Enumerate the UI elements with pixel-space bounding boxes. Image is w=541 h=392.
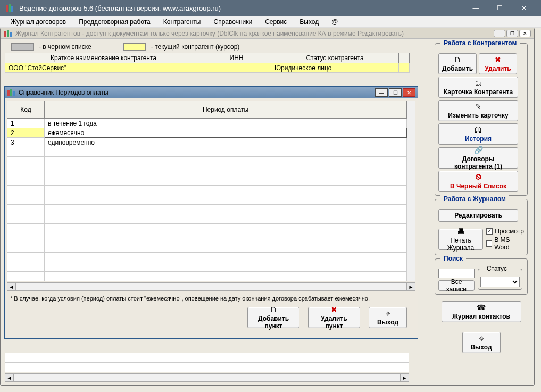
menu-precontract[interactable]: Преддоговорная работа — [72, 17, 157, 27]
search-input[interactable] — [438, 269, 475, 278]
preview-checkbox[interactable]: ✓ — [486, 228, 493, 235]
menu-directories[interactable]: Справочники — [207, 17, 259, 27]
legend-label-current: - текущий контрагент (курсор) — [151, 43, 240, 51]
edit-card-button[interactable]: ✎ Изменить карточку — [438, 100, 518, 121]
svg-rect-0 — [6, 5, 8, 12]
msword-label: В MS Word — [494, 236, 524, 251]
mdi-area: Журнал Контрагентов - доступ к документа… — [0, 28, 541, 392]
dialog-close-button[interactable]: ✕ — [403, 88, 415, 97]
dialog-add-button[interactable]: 🗋 Добавить пункт — [247, 307, 299, 328]
card-icon: 🗂 — [475, 79, 482, 87]
preview-checkbox-row[interactable]: ✓ Просмотр — [486, 227, 524, 236]
scroll-right-icon[interactable]: ► — [400, 374, 409, 381]
svg-rect-4 — [7, 30, 9, 37]
dialog-hint: * В случае, когда условия (период) оплат… — [7, 292, 415, 305]
exit-icon: ⎆ — [479, 334, 484, 343]
maximize-button[interactable]: ☐ — [488, 0, 512, 16]
journal-window-title: Журнал Контрагентов - доступ к документа… — [15, 30, 494, 37]
col-code[interactable]: Код — [7, 101, 45, 119]
document-new-icon: 🗋 — [270, 305, 277, 314]
edit-card-icon: ✎ — [475, 102, 481, 111]
group-search: Поиск Все записи Статус — [435, 258, 528, 295]
window-controls: — ☐ ✕ — [464, 0, 536, 16]
menu-journal[interactable]: Журнал договоров — [4, 17, 72, 27]
group-contractor-title: Работа с Контрагентом — [440, 39, 520, 47]
col-period[interactable]: Период оплаты — [45, 101, 407, 119]
app-title: Ведение договоров 5.6 (бесплатная версия… — [19, 4, 464, 12]
contacts-journal-button[interactable]: ☎ Журнал контактов — [442, 301, 521, 322]
scroll-right-icon[interactable]: ► — [406, 283, 415, 290]
dialog-max-button[interactable]: ☐ — [389, 88, 402, 97]
svg-rect-3 — [4, 31, 6, 37]
card-button[interactable]: 🗂 Карточка Контрагента — [438, 77, 518, 98]
blacklist-icon: 🛇 — [475, 173, 482, 181]
col-status[interactable]: Статус контрагента — [271, 53, 399, 63]
period-edit-cell[interactable]: ежемесячно — [45, 128, 407, 138]
svg-rect-5 — [10, 32, 12, 37]
period-row[interactable]: 1 в течение 1 года — [7, 119, 407, 128]
history-button[interactable]: 🕮 История — [438, 123, 518, 145]
cell-name[interactable]: ООО "СтойСервис" — [5, 63, 202, 73]
msword-checkbox-row[interactable]: В MS Word — [486, 236, 524, 252]
msword-checkbox[interactable] — [486, 240, 492, 247]
contracts-button[interactable]: 🔗 Договоры контрагента (1) — [438, 147, 518, 169]
journal-window-icon — [4, 29, 12, 38]
legend-swatch-current — [123, 43, 146, 51]
period-row-selected[interactable]: 2 ежемесячно — [7, 128, 407, 138]
dialog-exit-button[interactable]: ⎆ Выход — [369, 307, 407, 328]
cell-status[interactable]: Юридическое лицо — [271, 63, 399, 73]
periods-grid[interactable]: Код Период оплаты 1 в течение 1 года 2 е… — [7, 101, 407, 281]
contractor-grid[interactable]: Краткое наименование контрагента ИНН Ста… — [5, 53, 410, 73]
close-button[interactable]: ✕ — [512, 0, 536, 16]
col-inn[interactable]: ИНН — [202, 53, 271, 63]
main-titlebar: Ведение договоров 5.6 (бесплатная версия… — [0, 0, 541, 16]
journal-close-button[interactable]: ✕ — [519, 30, 531, 37]
scroll-left-icon[interactable]: ◄ — [5, 374, 14, 381]
grid-vscroll-head — [399, 53, 410, 63]
dialog-min-button[interactable]: — — [375, 88, 388, 97]
preview-label: Просмотр — [495, 228, 524, 235]
svg-rect-8 — [13, 91, 15, 96]
edit-journal-button[interactable]: Редактировать — [438, 209, 518, 222]
minimize-button[interactable]: — — [464, 0, 488, 16]
link-icon: 🔗 — [474, 146, 483, 154]
scroll-left-icon[interactable]: ◄ — [7, 283, 16, 290]
add-button[interactable]: 🗋 Добавить — [438, 53, 477, 74]
app-icon — [5, 4, 14, 12]
period-row[interactable]: 3 единовременно — [7, 138, 407, 147]
periods-dialog: Справочник Периодов оплаты — ☐ ✕ Код Пер… — [4, 86, 418, 339]
svg-rect-6 — [7, 90, 10, 96]
journal-restore-button[interactable]: ❐ — [506, 30, 518, 37]
group-search-title: Поиск — [440, 255, 466, 262]
grid-vscroll[interactable] — [399, 63, 410, 73]
journal-min-button[interactable]: — — [494, 30, 505, 37]
menu-at[interactable]: @ — [325, 17, 344, 27]
exit-journal-button[interactable]: ⎆ Выход — [462, 332, 501, 353]
group-contractor: Работа с Контрагентом 🗋 Добавить ✖ Удали… — [435, 43, 528, 196]
svg-rect-1 — [9, 4, 11, 12]
print-journal-button[interactable]: 🖶 Печать Журнала — [438, 229, 483, 250]
legend-row: - в черном списке - текущий контрагент (… — [5, 41, 428, 53]
status-select[interactable] — [480, 277, 520, 287]
menu-service[interactable]: Сервис — [259, 17, 293, 27]
delete-icon: ✖ — [495, 55, 501, 64]
col-name[interactable]: Краткое наименование контрагента — [5, 53, 202, 63]
menu-exit[interactable]: Выход — [293, 17, 325, 27]
dialog-title: Справочник Периодов оплаты — [19, 89, 375, 96]
blacklist-button[interactable]: 🛇 В Черный Список — [438, 171, 518, 192]
periods-vscroll[interactable] — [407, 101, 415, 281]
dialog-titlebar[interactable]: Справочник Периодов оплаты — ☐ ✕ — [5, 87, 418, 98]
contacts-icon: ☎ — [477, 303, 486, 312]
menubar: Журнал договоров Преддоговорная работа К… — [0, 16, 541, 28]
delete-button[interactable]: ✖ Удалить — [479, 53, 517, 74]
contractor-row[interactable]: ООО "СтойСервис" Юридическое лицо — [5, 63, 410, 73]
all-records-button[interactable]: Все записи — [438, 280, 475, 291]
cell-inn[interactable] — [202, 63, 271, 73]
dialog-delete-button[interactable]: ✖ Удалить пункт — [308, 307, 360, 328]
document-new-icon: 🗋 — [454, 55, 461, 64]
menu-contractors[interactable]: Контрагенты — [157, 17, 207, 27]
grid-hscroll[interactable]: ◄ ► — [5, 373, 409, 382]
journal-window-titlebar: Журнал Контрагентов - доступ к документа… — [1, 28, 534, 39]
legend-label-blacklist: - в черном списке — [39, 43, 91, 51]
periods-hscroll[interactable]: ◄ ► — [7, 282, 415, 291]
